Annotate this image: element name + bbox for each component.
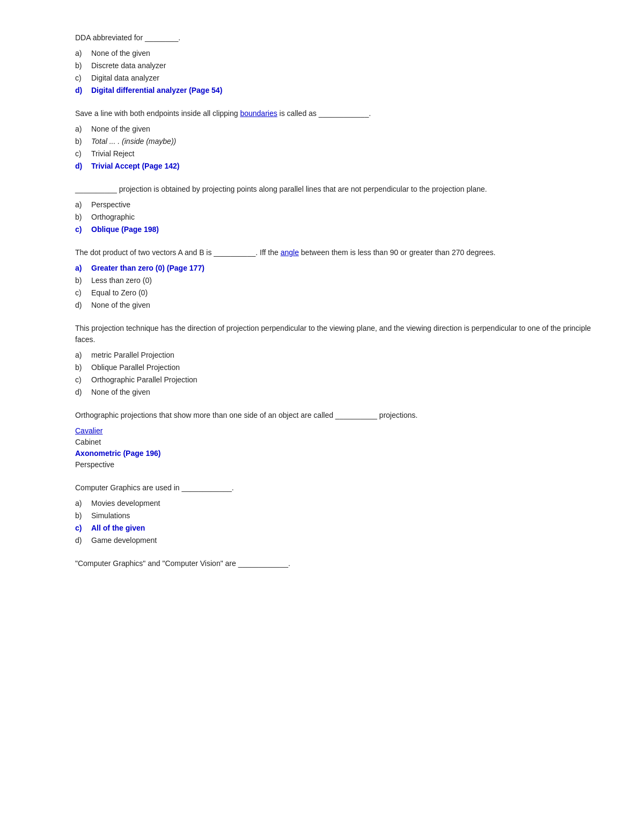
option-text: Game development bbox=[91, 535, 157, 546]
q6-text: Orthographic projections that show more … bbox=[75, 410, 601, 421]
option-label: a) bbox=[75, 124, 88, 135]
option-text: Total ... . (inside (maybe)) bbox=[91, 136, 176, 147]
option-text: Movies development bbox=[91, 498, 160, 509]
list-item: c) Digital data analyzer bbox=[75, 72, 601, 84]
list-item: a) Movies development bbox=[75, 498, 601, 509]
answer-item: Cavalier bbox=[75, 425, 601, 437]
option-label-correct: c) bbox=[75, 523, 88, 534]
list-item: a) None of the given bbox=[75, 48, 601, 59]
option-text: Orthographic bbox=[91, 212, 135, 223]
option-text: None of the given bbox=[91, 48, 150, 59]
option-label: b) bbox=[75, 60, 88, 71]
boundaries-link[interactable]: boundaries bbox=[240, 109, 277, 118]
option-label: c) bbox=[75, 287, 88, 299]
option-label: d) bbox=[75, 387, 88, 398]
option-label: c) bbox=[75, 374, 88, 386]
option-label: d) bbox=[75, 535, 88, 546]
answer-item: Cabinet bbox=[75, 437, 601, 448]
option-label: c) bbox=[75, 148, 88, 159]
option-text-correct: Digital differential analyzer (Page 54) bbox=[91, 85, 222, 96]
q8-text: "Computer Graphics" and "Computer Vision… bbox=[75, 558, 601, 569]
question-3: __________ projection is obtained by pro… bbox=[43, 184, 601, 235]
list-item: d) Trivial Accept (Page 142) bbox=[75, 161, 601, 172]
option-label: c) bbox=[75, 72, 88, 84]
option-text: Less than zero (0) bbox=[91, 275, 152, 286]
option-text-correct: Oblique (Page 198) bbox=[91, 224, 159, 235]
list-item: d) Game development bbox=[75, 535, 601, 546]
list-item: c) Equal to Zero (0) bbox=[75, 287, 601, 299]
list-item: c) All of the given bbox=[75, 523, 601, 534]
option-text: Trivial Reject bbox=[91, 148, 134, 159]
question-1: DDA abbreviated for ________. a) None of… bbox=[43, 32, 601, 96]
list-item: b) Simulations bbox=[75, 510, 601, 521]
q7-options: a) Movies development b) Simulations c) … bbox=[75, 498, 601, 546]
option-text: Simulations bbox=[91, 510, 130, 521]
q7-text: Computer Graphics are used in __________… bbox=[75, 482, 601, 494]
option-label: a) bbox=[75, 350, 88, 361]
option-label-correct: d) bbox=[75, 85, 88, 96]
option-text: Perspective bbox=[91, 199, 130, 211]
option-label-correct: d) bbox=[75, 161, 88, 172]
angle-link[interactable]: angle bbox=[281, 248, 299, 257]
option-label: b) bbox=[75, 136, 88, 147]
list-item: c) Orthographic Parallel Projection bbox=[75, 374, 601, 386]
list-item: b) Oblique Parallel Projection bbox=[75, 362, 601, 373]
q6-answers: Cavalier Cabinet Axonometric (Page 196) … bbox=[75, 425, 601, 470]
option-label: b) bbox=[75, 275, 88, 286]
option-text-correct: Trivial Accept (Page 142) bbox=[91, 161, 179, 172]
q3-text: __________ projection is obtained by pro… bbox=[75, 184, 601, 195]
option-label: a) bbox=[75, 48, 88, 59]
q5-text: This projection technique has the direct… bbox=[75, 323, 601, 345]
list-item: a) Perspective bbox=[75, 199, 601, 211]
list-item: b) Total ... . (inside (maybe)) bbox=[75, 136, 601, 147]
option-text: None of the given bbox=[91, 300, 150, 311]
q2-text: Save a line with both endpoints inside a… bbox=[75, 108, 601, 119]
option-text: Equal to Zero (0) bbox=[91, 287, 148, 299]
option-text: Discrete data analyzer bbox=[91, 60, 166, 71]
q2-options: a) None of the given b) Total ... . (ins… bbox=[75, 124, 601, 172]
list-item: a) None of the given bbox=[75, 124, 601, 135]
option-label-correct: a) bbox=[75, 263, 88, 274]
list-item: c) Trivial Reject bbox=[75, 148, 601, 159]
option-label: b) bbox=[75, 510, 88, 521]
question-7: Computer Graphics are used in __________… bbox=[43, 482, 601, 546]
list-item: d) None of the given bbox=[75, 300, 601, 311]
q3-options: a) Perspective b) Orthographic c) Obliqu… bbox=[75, 199, 601, 235]
option-label: b) bbox=[75, 212, 88, 223]
list-item: b) Orthographic bbox=[75, 212, 601, 223]
option-text: Orthographic Parallel Projection bbox=[91, 374, 197, 386]
answer-item-correct: Axonometric (Page 196) bbox=[75, 448, 601, 459]
cavalier-link[interactable]: Cavalier bbox=[75, 426, 103, 435]
question-5: This projection technique has the direct… bbox=[43, 323, 601, 398]
option-text: metric Parallel Projection bbox=[91, 350, 174, 361]
q1-text: DDA abbreviated for ________. bbox=[75, 32, 601, 43]
q4-text: The dot product of two vectors A and B i… bbox=[75, 247, 601, 258]
option-label-correct: c) bbox=[75, 224, 88, 235]
option-text: None of the given bbox=[91, 124, 150, 135]
question-2: Save a line with both endpoints inside a… bbox=[43, 108, 601, 172]
list-item: d) Digital differential analyzer (Page 5… bbox=[75, 85, 601, 96]
question-6: Orthographic projections that show more … bbox=[43, 410, 601, 470]
list-item: b) Discrete data analyzer bbox=[75, 60, 601, 71]
list-item: d) None of the given bbox=[75, 387, 601, 398]
q1-options: a) None of the given b) Discrete data an… bbox=[75, 48, 601, 96]
q5-options: a) metric Parallel Projection b) Oblique… bbox=[75, 350, 601, 398]
list-item: a) metric Parallel Projection bbox=[75, 350, 601, 361]
option-label: a) bbox=[75, 199, 88, 211]
q4-options: a) Greater than zero (0) (Page 177) b) L… bbox=[75, 263, 601, 311]
option-text-correct: Greater than zero (0) (Page 177) bbox=[91, 263, 204, 274]
answer-item: Perspective bbox=[75, 459, 601, 470]
list-item: c) Oblique (Page 198) bbox=[75, 224, 601, 235]
question-8: "Computer Graphics" and "Computer Vision… bbox=[43, 558, 601, 569]
option-text: None of the given bbox=[91, 387, 150, 398]
list-item: b) Less than zero (0) bbox=[75, 275, 601, 286]
option-text: Digital data analyzer bbox=[91, 72, 159, 84]
option-label: d) bbox=[75, 300, 88, 311]
option-label: a) bbox=[75, 498, 88, 509]
question-4: The dot product of two vectors A and B i… bbox=[43, 247, 601, 311]
option-text-correct: All of the given bbox=[91, 523, 145, 534]
option-label: b) bbox=[75, 362, 88, 373]
list-item: a) Greater than zero (0) (Page 177) bbox=[75, 263, 601, 274]
option-text: Oblique Parallel Projection bbox=[91, 362, 180, 373]
